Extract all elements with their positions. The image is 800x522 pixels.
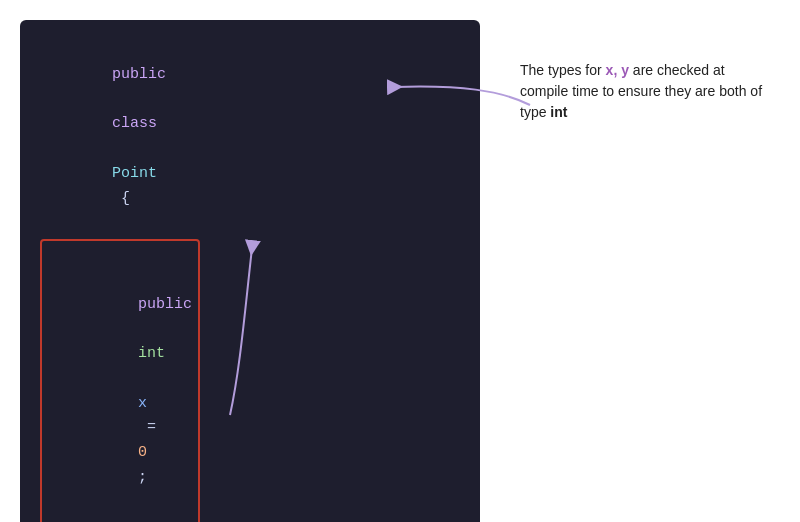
fields-highlight-box: public int x = 0 ; public int y — [40, 239, 200, 522]
right-highlight-xy: x, y — [606, 62, 629, 78]
class-name: Point — [112, 165, 157, 182]
code-block: public class Point { public int x = — [20, 20, 480, 522]
type-int-x: int — [138, 345, 165, 362]
code-line-1: public class Point { — [40, 38, 460, 236]
right-section: The types for x, y are checked at compil… — [500, 20, 770, 123]
main-container: public class Point { public int x = — [0, 0, 800, 522]
right-annotation: The types for x, y are checked at compil… — [520, 60, 770, 123]
var-x: x — [138, 395, 147, 412]
left-section: public class Point { public int x = — [20, 20, 500, 522]
code-line-3: public int y = 0 ; — [48, 515, 192, 522]
right-bold-int: int — [550, 104, 567, 120]
keyword-class: class — [112, 115, 157, 132]
right-text-before: The types for — [520, 62, 606, 78]
code-line-2: public int x = 0 ; — [48, 243, 192, 515]
keyword-public: public — [112, 66, 166, 83]
